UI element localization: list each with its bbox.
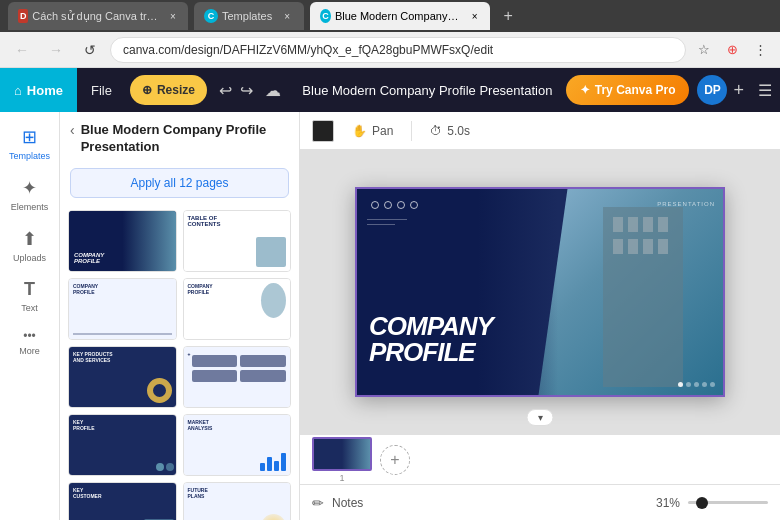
- filmstrip-num-1: 1: [312, 473, 372, 483]
- home-button[interactable]: ⌂ Home: [0, 68, 77, 112]
- sidebar-item-templates[interactable]: ⊞ Templates: [5, 120, 55, 167]
- notes-icon: ✏: [312, 495, 324, 511]
- filmstrip-slide-1[interactable]: 1: [312, 437, 372, 483]
- template-thumb-7[interactable]: KEYPROFILE: [68, 414, 177, 476]
- text-icon: T: [24, 279, 35, 300]
- star-icon: ✦: [580, 83, 590, 97]
- template-thumb-1[interactable]: COMPANYPROFILE: [68, 210, 177, 272]
- redo-button[interactable]: ↪: [236, 81, 257, 100]
- menu-icon[interactable]: ⋮: [748, 38, 772, 62]
- apply-all-button[interactable]: Apply all 12 pages: [70, 168, 289, 198]
- tab-1-close[interactable]: ×: [168, 9, 178, 23]
- expand-button[interactable]: ▾: [527, 409, 554, 426]
- address-bar-row: ← → ↺ ☆ ⊕ ⋮: [0, 32, 780, 68]
- panel-scroll[interactable]: COMPANYPROFILE TABLE OFCONTENTS COMPANYP…: [60, 204, 299, 520]
- zoom-slider[interactable]: [688, 501, 768, 504]
- panel-title: Blue Modern Company Profile Presentation: [81, 122, 289, 156]
- user-avatar[interactable]: DP: [697, 75, 727, 105]
- left-sidebar: ⊞ Templates ✦ Elements ⬆ Uploads T Text …: [0, 112, 60, 520]
- sidebar-item-more[interactable]: ••• More: [5, 323, 55, 362]
- forward-button[interactable]: →: [42, 36, 70, 64]
- uploads-icon: ⬆: [22, 228, 37, 250]
- template-thumb-10[interactable]: FUTUREPLANS: [183, 482, 292, 520]
- slide-bottom-dots: [678, 382, 715, 387]
- bookmark-icon[interactable]: ☆: [692, 38, 716, 62]
- canvas-viewport[interactable]: PRESENTATION COMPANY PROFILE: [300, 150, 780, 434]
- timer-tool[interactable]: ⏱ 5.0s: [422, 120, 478, 142]
- template-thumb-4[interactable]: COMPANYPROFILE: [183, 278, 292, 340]
- canvas-toolbar: ✋ Pan ⏱ 5.0s: [300, 112, 780, 150]
- panel-back-button[interactable]: ‹: [70, 122, 75, 138]
- browser-actions: ☆ ⊕ ⋮: [692, 38, 772, 62]
- templates-icon: ⊞: [22, 126, 37, 148]
- add-button[interactable]: +: [727, 80, 750, 101]
- sidebar-item-text[interactable]: T Text: [5, 273, 55, 319]
- slide-company-line1: COMPANY: [369, 313, 493, 339]
- template-thumb-2[interactable]: TABLE OFCONTENTS: [183, 210, 292, 272]
- templates-panel: ‹ Blue Modern Company Profile Presentati…: [60, 112, 300, 520]
- app-header: ⌂ Home File ⊕ Resize ↩ ↪ ☁ Blue Modern C…: [0, 68, 780, 112]
- add-slide-button[interactable]: +: [380, 445, 410, 475]
- refresh-button[interactable]: ↺: [76, 36, 104, 64]
- menu-bars-icon[interactable]: ☰: [750, 81, 780, 100]
- notes-bar: ✏ Notes 31%: [300, 484, 780, 520]
- browser-chrome: D Cách sử dụng Canva trên điện th... × C…: [0, 0, 780, 32]
- undo-button[interactable]: ↩: [215, 81, 236, 100]
- cloud-save-icon: ☁: [257, 81, 289, 100]
- sidebar-item-elements[interactable]: ✦ Elements: [5, 171, 55, 218]
- color-picker[interactable]: [312, 120, 334, 142]
- filmstrip-thumb-1: [312, 437, 372, 471]
- canvas-area: ✋ Pan ⏱ 5.0s: [300, 112, 780, 520]
- home-icon: ⌂: [14, 83, 22, 98]
- slide-presentation-label: PRESENTATION: [657, 201, 715, 207]
- tab-2[interactable]: C Templates ×: [194, 2, 304, 30]
- tab-2-close[interactable]: ×: [280, 9, 294, 23]
- template-thumb-3[interactable]: COMPANYPROFILE: [68, 278, 177, 340]
- template-thumb-9[interactable]: KEYCUSTOMER: [68, 482, 177, 520]
- resize-icon: ⊕: [142, 83, 152, 97]
- tab-3-close[interactable]: ×: [469, 9, 480, 23]
- address-input[interactable]: [110, 37, 686, 63]
- try-pro-button[interactable]: ✦ Try Canva Pro: [566, 75, 690, 105]
- slide-company-text: COMPANY PROFILE: [369, 313, 493, 365]
- filmstrip-bar: 1 +: [300, 434, 780, 484]
- tab-3[interactable]: C Blue Modern Company Profile P... ×: [310, 2, 490, 30]
- clock-icon: ⏱: [430, 124, 442, 138]
- header-title: Blue Modern Company Profile Presentation: [289, 83, 566, 98]
- tab-1[interactable]: D Cách sử dụng Canva trên điện th... ×: [8, 2, 188, 30]
- main-layout: ⊞ Templates ✦ Elements ⬆ Uploads T Text …: [0, 112, 780, 520]
- elements-icon: ✦: [22, 177, 37, 199]
- filmstrip: 1 +: [312, 437, 768, 483]
- slide-canvas: PRESENTATION COMPANY PROFILE: [355, 187, 725, 397]
- pan-tool[interactable]: ✋ Pan: [344, 120, 401, 142]
- template-thumb-5[interactable]: KEY PRODUCTSAND SERVICES: [68, 346, 177, 408]
- notes-label[interactable]: Notes: [332, 496, 648, 510]
- sidebar-item-uploads[interactable]: ⬆ Uploads: [5, 222, 55, 269]
- file-menu[interactable]: File: [77, 68, 126, 112]
- pan-icon: ✋: [352, 124, 367, 138]
- extension-icon[interactable]: ⊕: [720, 38, 744, 62]
- new-tab-button[interactable]: +: [496, 4, 520, 28]
- back-button[interactable]: ←: [8, 36, 36, 64]
- template-thumb-8[interactable]: MARKETANALYSIS: [183, 414, 292, 476]
- toolbar-separator-1: [411, 121, 412, 141]
- template-thumb-6[interactable]: +: [183, 346, 292, 408]
- more-icon: •••: [23, 329, 36, 343]
- resize-button[interactable]: ⊕ Resize: [130, 75, 207, 105]
- slide-dots: [371, 201, 418, 209]
- slide-company-line2: PROFILE: [369, 339, 493, 365]
- slide-decorative-lines: [367, 219, 407, 229]
- zoom-level-label: 31%: [656, 496, 680, 510]
